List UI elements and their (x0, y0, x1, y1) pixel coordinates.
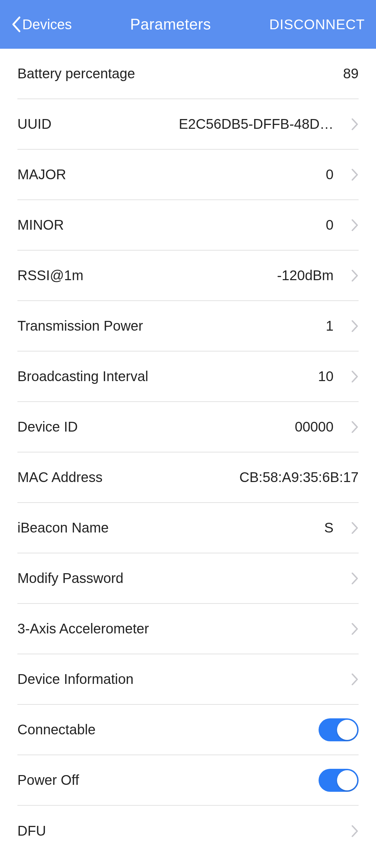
chevron-right-icon (351, 521, 359, 535)
row-ibeacon-name[interactable]: iBeacon Name S (17, 503, 359, 553)
row-value: 10 (155, 369, 334, 384)
row-major[interactable]: MAJOR 0 (17, 150, 359, 200)
chevron-left-icon (11, 16, 21, 33)
row-label: iBeacon Name (17, 520, 109, 536)
chevron-right-icon (351, 219, 359, 232)
row-mac-address: MAC Address CB:58:A9:35:6B:17 (17, 452, 359, 503)
row-value: 0 (71, 217, 334, 233)
row-label: Connectable (17, 722, 96, 737)
row-value: CB:58:A9:35:6B:17 (110, 469, 359, 485)
row-device-id[interactable]: Device ID 00000 (17, 402, 359, 452)
row-label: Device Information (17, 671, 133, 687)
row-accelerometer[interactable]: 3-Axis Accelerometer (17, 604, 359, 654)
poweroff-toggle[interactable] (319, 769, 359, 792)
row-label: Power Off (17, 772, 79, 788)
chevron-right-icon (351, 269, 359, 282)
chevron-right-icon (351, 824, 359, 838)
chevron-right-icon (351, 572, 359, 585)
row-value: E2C56DB5-DFFB-48D… (58, 116, 334, 132)
row-label: Transmission Power (17, 318, 143, 334)
row-label: MAJOR (17, 167, 66, 182)
back-button[interactable]: Devices (11, 16, 72, 33)
toggle-knob (337, 770, 357, 790)
row-dfu[interactable]: DFU (17, 806, 359, 856)
app-header: Devices Parameters DISCONNECT (0, 0, 376, 49)
row-broadcasting-interval[interactable]: Broadcasting Interval 10 (17, 352, 359, 402)
back-label: Devices (22, 17, 72, 32)
row-label: MAC Address (17, 469, 103, 485)
disconnect-button[interactable]: DISCONNECT (269, 17, 365, 32)
row-transmission-power[interactable]: Transmission Power 1 (17, 301, 359, 352)
chevron-right-icon (351, 673, 359, 686)
row-power-off: Power Off (17, 755, 359, 806)
row-label: Battery percentage (17, 66, 135, 81)
row-minor[interactable]: MINOR 0 (17, 200, 359, 251)
row-value: 0 (73, 167, 334, 182)
row-uuid[interactable]: UUID E2C56DB5-DFFB-48D… (17, 99, 359, 150)
row-label: UUID (17, 116, 52, 132)
row-label: DFU (17, 823, 46, 839)
row-value: 00000 (85, 419, 334, 435)
row-value: S (116, 520, 334, 536)
row-label: Device ID (17, 419, 78, 435)
row-label: Modify Password (17, 570, 124, 586)
row-label: MINOR (17, 217, 64, 233)
row-label: RSSI@1m (17, 268, 84, 283)
row-value: 89 (142, 66, 359, 81)
parameters-list: Battery percentage 89 UUID E2C56DB5-DFFB… (0, 49, 376, 856)
row-device-information[interactable]: Device Information (17, 654, 359, 705)
row-label: 3-Axis Accelerometer (17, 621, 149, 637)
page-title: Parameters (130, 16, 211, 33)
chevron-right-icon (351, 168, 359, 181)
row-connectable: Connectable (17, 705, 359, 755)
row-modify-password[interactable]: Modify Password (17, 553, 359, 604)
connectable-toggle[interactable] (319, 718, 359, 741)
chevron-right-icon (351, 370, 359, 383)
chevron-right-icon (351, 118, 359, 131)
row-value: 1 (150, 318, 334, 334)
toggle-knob (337, 720, 357, 740)
row-battery: Battery percentage 89 (17, 49, 359, 99)
chevron-right-icon (351, 420, 359, 434)
chevron-right-icon (351, 319, 359, 333)
row-value: -120dBm (91, 268, 334, 283)
row-label: Broadcasting Interval (17, 369, 148, 384)
chevron-right-icon (351, 622, 359, 636)
row-rssi[interactable]: RSSI@1m -120dBm (17, 251, 359, 301)
